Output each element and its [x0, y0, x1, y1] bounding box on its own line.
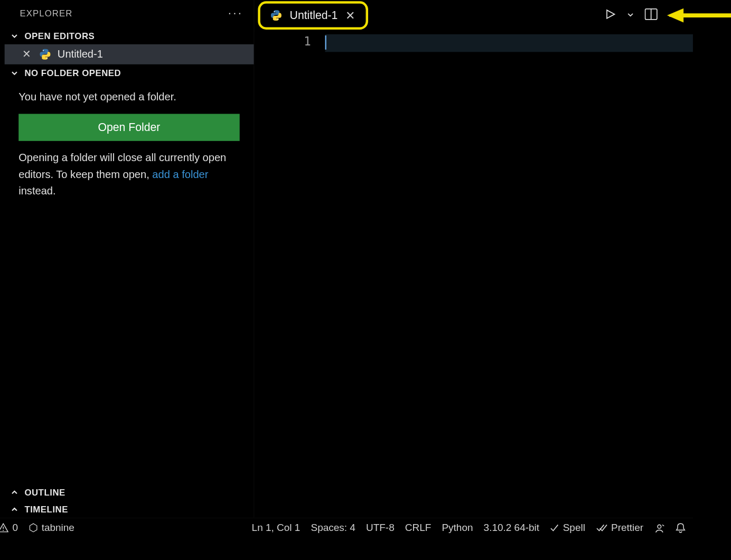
status-encoding[interactable]: UTF-8: [366, 521, 395, 533]
status-bell-icon[interactable]: [675, 522, 686, 533]
no-folder-label: NO FOLDER OPENED: [24, 68, 121, 78]
status-spaces[interactable]: Spaces: 4: [311, 521, 355, 533]
editor-tab-untitled[interactable]: Untitled-1 ✕: [258, 1, 368, 30]
status-warnings[interactable]: 0: [0, 521, 18, 533]
timeline-header[interactable]: TIMELINE: [4, 501, 254, 518]
status-interpreter[interactable]: 3.10.2 64-bit: [484, 521, 539, 533]
activity-bar: [0, 0, 4, 518]
add-folder-link[interactable]: add a folder: [152, 169, 208, 180]
editor-content[interactable]: [325, 32, 693, 518]
tab-bar: Untitled-1 ✕ ···: [255, 0, 693, 32]
sidebar-more-icon[interactable]: ···: [228, 6, 243, 20]
tab-label: Untitled-1: [290, 9, 338, 22]
spell-label: Spell: [563, 521, 585, 533]
python-file-icon: [39, 48, 52, 61]
status-feedback-icon[interactable]: [654, 522, 664, 533]
open-folder-button[interactable]: Open Folder: [18, 114, 240, 141]
warning-count: 0: [12, 521, 18, 533]
svg-point-28: [46, 58, 48, 59]
status-tabnine[interactable]: tabnine: [29, 521, 74, 533]
svg-point-40: [658, 525, 661, 528]
status-bar: 0 0 tabnine Ln 1, Col 1 Spaces: 4 UTF-8 …: [0, 518, 693, 537]
open-editor-filename: Untitled-1: [58, 48, 103, 60]
editor-area: Untitled-1 ✕ ··· 1: [255, 0, 693, 518]
run-dropdown-icon[interactable]: [627, 10, 634, 21]
no-folder-message: You have not yet opened a folder.: [18, 89, 240, 106]
no-folder-header[interactable]: NO FOLDER OPENED: [4, 64, 254, 81]
status-language[interactable]: Python: [442, 521, 473, 533]
annotation-arrow-icon: [667, 5, 731, 26]
hint-text-post: instead.: [18, 185, 55, 197]
tabnine-label: tabnine: [42, 521, 74, 533]
split-editor-icon[interactable]: [645, 8, 658, 23]
open-editors-label: OPEN EDITORS: [24, 31, 95, 41]
gutter: 1: [255, 32, 325, 518]
status-eol[interactable]: CRLF: [405, 521, 432, 533]
status-spell[interactable]: Spell: [550, 521, 585, 533]
caret-icon: [325, 35, 326, 50]
close-editor-icon[interactable]: ✕: [21, 48, 33, 61]
tab-close-icon[interactable]: ✕: [345, 8, 357, 23]
outline-label: OUTLINE: [24, 487, 65, 497]
line-number: 1: [255, 34, 311, 49]
svg-point-29: [274, 11, 275, 12]
timeline-label: TIMELINE: [24, 504, 68, 514]
outline-header[interactable]: OUTLINE: [4, 483, 254, 500]
status-ln-col[interactable]: Ln 1, Col 1: [252, 521, 301, 533]
svg-marker-32: [667, 8, 683, 23]
chevron-right-icon: [9, 488, 20, 497]
chevron-right-icon: [9, 505, 20, 514]
open-editor-item[interactable]: ✕ Untitled-1: [4, 44, 254, 64]
svg-point-30: [277, 19, 278, 20]
chevron-down-icon: [9, 32, 20, 40]
prettier-label: Prettier: [611, 521, 643, 533]
explorer-sidebar: EXPLORER ··· OPEN EDITORS ✕ Untitled-1 N…: [4, 0, 254, 518]
python-file-icon: [270, 9, 283, 22]
run-button-icon[interactable]: [605, 8, 616, 23]
sidebar-title: EXPLORER: [20, 8, 72, 18]
open-folder-hint: Opening a folder will close all currentl…: [18, 149, 240, 200]
chevron-down-icon: [9, 69, 20, 77]
svg-point-39: [3, 529, 4, 530]
status-prettier[interactable]: Prettier: [596, 521, 643, 533]
svg-point-27: [43, 50, 44, 51]
open-editors-header[interactable]: OPEN EDITORS: [4, 27, 254, 44]
current-line: [325, 34, 693, 52]
